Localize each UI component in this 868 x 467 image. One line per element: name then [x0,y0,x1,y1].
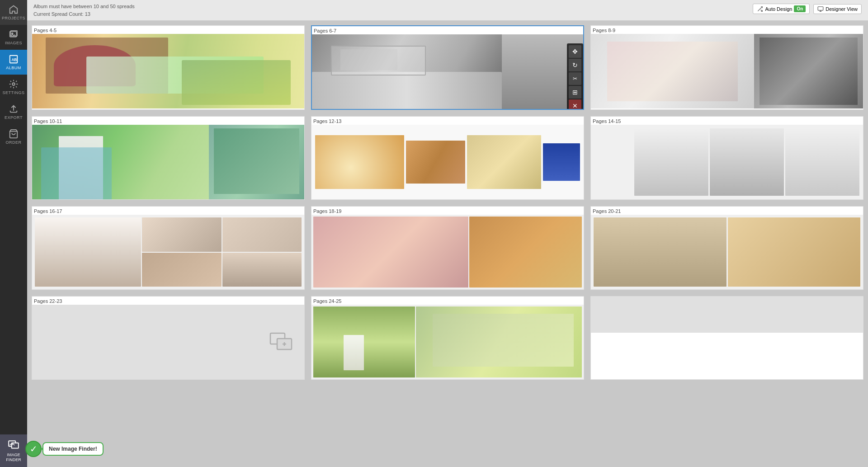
spread-label: Pages 6-7 [312,26,583,34]
spread-preview [32,34,304,108]
sidebar-label-export: EXPORT [5,115,23,120]
designer-view-label: Designer View [826,6,858,12]
sidebar-label-images: IMAGES [5,41,22,45]
sidebar-label-settings: SETTINGS [2,90,24,95]
spread-preview [591,215,863,289]
spread-preview [32,215,304,289]
svg-point-5 [12,83,15,85]
tooltip-text: New Image Finder! [42,442,104,456]
spread-4-5[interactable]: Pages 4-5 [32,25,305,110]
grid-button[interactable]: ⊞ [569,86,581,99]
spread-preview [311,215,584,289]
gear-icon [9,79,19,89]
crop-button[interactable]: ✂ [569,72,581,85]
sidebar-item-album[interactable]: AB ALBUM [0,50,27,75]
spread-preview [32,305,304,379]
home-icon [9,5,19,14]
toggle-state[interactable]: On [794,5,806,12]
shuffle-icon [757,6,763,12]
spreads-container[interactable]: Pages 4-5 Pages 6-7 [27,21,868,467]
images-icon [9,29,19,39]
monitor-icon [817,6,824,12]
spread-label: Pages 14-15 [591,117,863,125]
add-spread-icon [268,329,295,356]
move-button[interactable]: ✥ [569,45,581,58]
spread-24-25[interactable]: Pages 24-25 [311,296,584,380]
export-icon [9,104,19,114]
spread-preview: ✥ ↻ ✂ ⊞ ✕ [312,34,583,109]
spread-8-9[interactable]: Pages 8-9 [590,25,863,110]
spread-6-7[interactable]: Pages 6-7 ✥ ↻ ✂ [311,25,584,110]
sidebar: PROJECTS IMAGES AB ALBUM SETTINGS EXPORT [0,0,27,467]
topbar: Album must have between 10 and 50 spread… [27,0,868,21]
image-finder-label: IMAGEFINDER [6,453,21,462]
spread-22-23[interactable]: Pages 22-23 [32,296,305,380]
spread-label: Pages 8-9 [591,26,863,34]
rotate-button[interactable]: ↻ [569,59,581,71]
spread-preview [311,125,584,199]
image-finder-tooltip: ✓ New Image Finder! [25,441,104,457]
svg-rect-13 [818,6,823,10]
topbar-controls: Auto Design On Designer View [753,4,862,14]
spread-label: Pages 22-23 [32,297,304,305]
spread-20-21[interactable]: Pages 20-21 [590,206,863,290]
spread-16-17[interactable]: Pages 16-17 [32,206,305,290]
album-constraint-text: Album must have between 10 and 50 spread… [33,3,135,10]
designer-view-button[interactable]: Designer View [813,4,862,14]
spread-label: Pages 10-11 [32,117,304,125]
image-finder-button[interactable]: IMAGEFINDER [0,434,27,467]
spread-18-19[interactable]: Pages 18-19 [311,206,584,290]
sidebar-item-images[interactable]: IMAGES [0,25,27,50]
image-finder-icon [8,439,19,451]
spread-14-15[interactable]: Pages 14-15 [590,116,863,200]
spreads-grid: Pages 4-5 Pages 6-7 [32,25,863,380]
album-info: Album must have between 10 and 50 spread… [33,3,135,18]
spread-preview [591,297,863,333]
spread-label: Pages 18-19 [311,207,584,215]
spread-label: Pages 24-25 [311,297,584,305]
spread-label: Pages 20-21 [591,207,863,215]
sidebar-item-settings[interactable]: SETTINGS [0,75,27,99]
context-menu: ✥ ↻ ✂ ⊞ ✕ [567,43,583,109]
sidebar-label-album: ALBUM [6,66,21,70]
auto-design-label: Auto Design [765,6,792,12]
close-context-button[interactable]: ✕ [569,99,581,109]
spread-preview [591,34,863,108]
spread-preview [32,125,304,199]
spread-label: Pages 16-17 [32,207,304,215]
spread-preview [591,125,863,199]
spread-preview [311,305,584,379]
main-panel: Album must have between 10 and 50 spread… [27,0,868,467]
sidebar-label-order: ORDER [5,140,21,145]
spread-26-27[interactable] [590,296,863,380]
order-icon [9,129,19,139]
svg-text:AB: AB [11,58,17,62]
spread-count-text: Current Spread Count: 13 [33,10,135,18]
spread-12-13[interactable]: Pages 12-13 [311,116,584,200]
sidebar-label-projects: PROJECTS [2,16,25,20]
spread-10-11[interactable]: Pages 10-11 [32,116,305,200]
auto-design-button[interactable]: Auto Design On [753,4,810,14]
spread-label: Pages 4-5 [32,26,304,34]
album-icon: AB [9,54,19,64]
spread-label: Pages 12-13 [311,117,584,125]
sidebar-item-projects[interactable]: PROJECTS [0,0,27,25]
sidebar-item-export[interactable]: EXPORT [0,99,27,124]
sidebar-item-order[interactable]: ORDER [0,124,27,149]
